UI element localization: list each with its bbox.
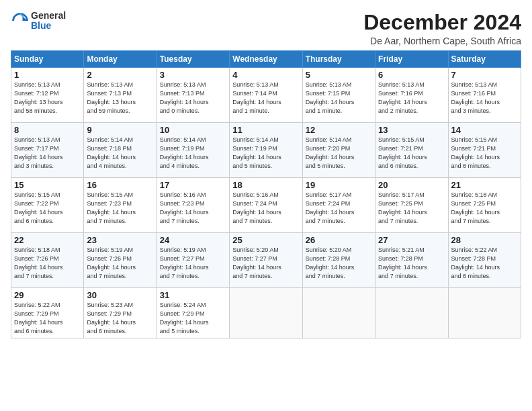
- day-number: 3: [160, 70, 226, 80]
- day-info: Sunrise: 5:17 AM Sunset: 7:25 PM Dayligh…: [378, 191, 445, 226]
- day-info: Sunrise: 5:13 AM Sunset: 7:15 PM Dayligh…: [306, 81, 372, 116]
- day-info: Sunrise: 5:20 AM Sunset: 7:28 PM Dayligh…: [306, 246, 372, 281]
- logo: General Blue: [11, 11, 66, 32]
- day-info: Sunrise: 5:15 AM Sunset: 7:22 PM Dayligh…: [14, 191, 81, 226]
- header-monday: Monday: [84, 51, 157, 68]
- calendar-cell: 5Sunrise: 5:13 AM Sunset: 7:15 PM Daylig…: [302, 68, 375, 123]
- day-info: Sunrise: 5:22 AM Sunset: 7:28 PM Dayligh…: [451, 246, 518, 281]
- day-info: Sunrise: 5:13 AM Sunset: 7:16 PM Dayligh…: [451, 81, 518, 116]
- day-info: Sunrise: 5:17 AM Sunset: 7:24 PM Dayligh…: [306, 191, 372, 226]
- calendar-cell: 25Sunrise: 5:20 AM Sunset: 7:27 PM Dayli…: [230, 233, 302, 288]
- day-number: 15: [14, 180, 81, 190]
- calendar-cell: 27Sunrise: 5:21 AM Sunset: 7:28 PM Dayli…: [375, 233, 448, 288]
- logo-blue-text: Blue: [31, 21, 66, 31]
- calendar-cell: 19Sunrise: 5:17 AM Sunset: 7:24 PM Dayli…: [302, 178, 375, 233]
- day-info: Sunrise: 5:15 AM Sunset: 7:21 PM Dayligh…: [378, 136, 445, 171]
- day-info: Sunrise: 5:16 AM Sunset: 7:24 PM Dayligh…: [232, 191, 299, 226]
- location-subtitle: De Aar, Northern Cape, South Africa: [363, 36, 521, 46]
- day-info: Sunrise: 5:18 AM Sunset: 7:26 PM Dayligh…: [14, 246, 81, 281]
- calendar-cell: 2Sunrise: 5:13 AM Sunset: 7:13 PM Daylig…: [84, 68, 157, 123]
- day-number: 20: [378, 180, 445, 190]
- calendar-cell: 16Sunrise: 5:15 AM Sunset: 7:23 PM Dayli…: [84, 178, 157, 233]
- day-info: Sunrise: 5:22 AM Sunset: 7:29 PM Dayligh…: [14, 301, 81, 336]
- day-number: 19: [306, 180, 372, 190]
- day-number: 27: [378, 235, 445, 245]
- calendar-cell: 8Sunrise: 5:13 AM Sunset: 7:17 PM Daylig…: [11, 123, 84, 178]
- day-number: 30: [87, 290, 153, 300]
- day-number: 17: [160, 180, 226, 190]
- logo-text: General Blue: [31, 11, 66, 32]
- calendar-cell: 20Sunrise: 5:17 AM Sunset: 7:25 PM Dayli…: [375, 178, 448, 233]
- day-number: 23: [87, 235, 153, 245]
- calendar-cell: 3Sunrise: 5:13 AM Sunset: 7:13 PM Daylig…: [157, 68, 229, 123]
- day-number: 6: [378, 70, 445, 80]
- calendar-cell: 24Sunrise: 5:19 AM Sunset: 7:27 PM Dayli…: [157, 233, 229, 288]
- day-info: Sunrise: 5:15 AM Sunset: 7:23 PM Dayligh…: [87, 191, 153, 226]
- calendar-page: General Blue December 2024 De Aar, North…: [0, 0, 532, 345]
- header: General Blue December 2024 De Aar, North…: [11, 11, 521, 46]
- day-info: Sunrise: 5:15 AM Sunset: 7:21 PM Dayligh…: [451, 136, 518, 171]
- day-number: 4: [232, 70, 299, 80]
- calendar-cell: [375, 288, 448, 338]
- day-number: 5: [306, 70, 372, 80]
- day-number: 24: [160, 235, 226, 245]
- calendar-cell: 13Sunrise: 5:15 AM Sunset: 7:21 PM Dayli…: [375, 123, 448, 178]
- calendar-cell: 28Sunrise: 5:22 AM Sunset: 7:28 PM Dayli…: [448, 233, 521, 288]
- month-title: December 2024: [363, 11, 521, 34]
- calendar-cell: [448, 288, 521, 338]
- day-info: Sunrise: 5:13 AM Sunset: 7:13 PM Dayligh…: [160, 81, 226, 116]
- day-info: Sunrise: 5:16 AM Sunset: 7:23 PM Dayligh…: [160, 191, 226, 226]
- calendar-cell: [230, 288, 302, 338]
- day-number: 11: [232, 125, 299, 135]
- day-info: Sunrise: 5:21 AM Sunset: 7:28 PM Dayligh…: [378, 246, 445, 281]
- calendar-cell: 12Sunrise: 5:14 AM Sunset: 7:20 PM Dayli…: [302, 123, 375, 178]
- day-info: Sunrise: 5:24 AM Sunset: 7:29 PM Dayligh…: [160, 301, 226, 336]
- calendar-cell: 9Sunrise: 5:14 AM Sunset: 7:18 PM Daylig…: [84, 123, 157, 178]
- header-thursday: Thursday: [302, 51, 375, 68]
- logo-general-text: General: [31, 11, 66, 21]
- day-info: Sunrise: 5:20 AM Sunset: 7:27 PM Dayligh…: [232, 246, 299, 281]
- header-wednesday: Wednesday: [230, 51, 302, 68]
- day-number: 16: [87, 180, 153, 190]
- day-info: Sunrise: 5:13 AM Sunset: 7:16 PM Dayligh…: [378, 81, 445, 116]
- weekday-header-row: Sunday Monday Tuesday Wednesday Thursday…: [11, 51, 521, 68]
- day-number: 9: [87, 125, 153, 135]
- day-number: 8: [14, 125, 81, 135]
- calendar-cell: 1Sunrise: 5:13 AM Sunset: 7:12 PM Daylig…: [11, 68, 84, 123]
- day-number: 21: [451, 180, 518, 190]
- day-number: 12: [306, 125, 372, 135]
- header-tuesday: Tuesday: [157, 51, 229, 68]
- day-number: 7: [451, 70, 518, 80]
- calendar-cell: 22Sunrise: 5:18 AM Sunset: 7:26 PM Dayli…: [11, 233, 84, 288]
- day-number: 14: [451, 125, 518, 135]
- day-info: Sunrise: 5:13 AM Sunset: 7:14 PM Dayligh…: [232, 81, 299, 116]
- calendar-cell: 30Sunrise: 5:23 AM Sunset: 7:29 PM Dayli…: [84, 288, 157, 338]
- header-saturday: Saturday: [448, 51, 521, 68]
- logo-icon: [11, 11, 30, 30]
- day-number: 29: [14, 290, 81, 300]
- day-number: 31: [160, 290, 226, 300]
- calendar-cell: 6Sunrise: 5:13 AM Sunset: 7:16 PM Daylig…: [375, 68, 448, 123]
- calendar-cell: 4Sunrise: 5:13 AM Sunset: 7:14 PM Daylig…: [230, 68, 302, 123]
- day-info: Sunrise: 5:13 AM Sunset: 7:12 PM Dayligh…: [14, 81, 81, 116]
- day-info: Sunrise: 5:13 AM Sunset: 7:13 PM Dayligh…: [87, 81, 153, 116]
- day-info: Sunrise: 5:19 AM Sunset: 7:26 PM Dayligh…: [87, 246, 153, 281]
- day-number: 1: [14, 70, 81, 80]
- day-info: Sunrise: 5:14 AM Sunset: 7:20 PM Dayligh…: [306, 136, 372, 171]
- day-number: 2: [87, 70, 153, 80]
- day-info: Sunrise: 5:19 AM Sunset: 7:27 PM Dayligh…: [160, 246, 226, 281]
- calendar-cell: 18Sunrise: 5:16 AM Sunset: 7:24 PM Dayli…: [230, 178, 302, 233]
- day-number: 13: [378, 125, 445, 135]
- calendar-cell: [302, 288, 375, 338]
- calendar-cell: 10Sunrise: 5:14 AM Sunset: 7:19 PM Dayli…: [157, 123, 229, 178]
- day-number: 26: [306, 235, 372, 245]
- title-block: December 2024 De Aar, Northern Cape, Sou…: [363, 11, 521, 46]
- calendar-table: Sunday Monday Tuesday Wednesday Thursday…: [11, 50, 521, 338]
- calendar-cell: 31Sunrise: 5:24 AM Sunset: 7:29 PM Dayli…: [157, 288, 229, 338]
- calendar-cell: 23Sunrise: 5:19 AM Sunset: 7:26 PM Dayli…: [84, 233, 157, 288]
- calendar-cell: 26Sunrise: 5:20 AM Sunset: 7:28 PM Dayli…: [302, 233, 375, 288]
- day-number: 10: [160, 125, 226, 135]
- day-number: 25: [232, 235, 299, 245]
- day-info: Sunrise: 5:13 AM Sunset: 7:17 PM Dayligh…: [14, 136, 81, 171]
- calendar-cell: 7Sunrise: 5:13 AM Sunset: 7:16 PM Daylig…: [448, 68, 521, 123]
